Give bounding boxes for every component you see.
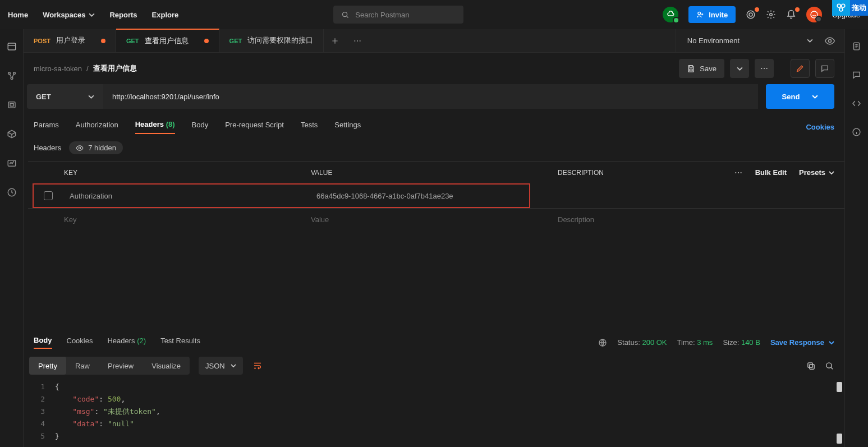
desc-input[interactable]: Description	[553, 215, 722, 224]
nav-home[interactable]: Home	[8, 11, 28, 19]
view-raw[interactable]: Raw	[66, 357, 99, 375]
tab-settings[interactable]: Settings	[334, 121, 361, 133]
user-plus-icon	[696, 11, 704, 19]
chevron-down-icon	[89, 12, 95, 18]
invite-button[interactable]: Invite	[688, 6, 736, 23]
comments-rail-icon[interactable]	[852, 70, 861, 80]
code-rail-icon[interactable]	[852, 99, 861, 108]
resp-tab-testresults[interactable]: Test Results	[160, 337, 200, 348]
svg-rect-14	[10, 104, 13, 107]
search-icon	[825, 361, 834, 371]
rail-history-icon[interactable]	[7, 187, 17, 197]
unsaved-dot-icon	[204, 39, 209, 43]
comment-button[interactable]	[815, 59, 834, 78]
svg-point-8	[811, 11, 818, 18]
save-button[interactable]: Save	[679, 59, 724, 78]
url-input[interactable]: http://localhost:9201/api/user/info	[103, 84, 758, 109]
capture-icon[interactable]	[746, 10, 756, 20]
view-pretty[interactable]: Pretty	[29, 357, 66, 375]
avatar[interactable]	[806, 7, 822, 22]
cookies-link[interactable]: Cookies	[806, 123, 834, 131]
info-rail-icon[interactable]	[852, 127, 861, 137]
method-badge: GET	[229, 38, 242, 44]
header-row-empty: Key Value Description	[28, 208, 844, 231]
search-in-body-button[interactable]	[825, 361, 834, 371]
save-dropdown-button[interactable]	[730, 59, 749, 78]
view-visualize[interactable]: Visualize	[143, 357, 190, 375]
resp-tab-headers[interactable]: Headers (2)	[107, 337, 146, 348]
tab-params[interactable]: Params	[34, 121, 59, 133]
response-tabs: Body Cookies Headers (2) Test Results St…	[24, 331, 844, 353]
header-value-cell[interactable]: 66a45dc9-1068-4667-a1bc-0af7b41ae23e	[312, 192, 529, 200]
scrollbar-thumb[interactable]	[837, 382, 842, 392]
hidden-headers-toggle[interactable]: 7 hidden	[69, 141, 123, 154]
new-tab-button[interactable]	[324, 29, 346, 52]
svg-point-26	[79, 147, 81, 149]
header-key-cell[interactable]: Authorization	[65, 192, 312, 200]
edit-button[interactable]	[791, 59, 810, 78]
eye-icon	[76, 144, 84, 152]
tab-tests[interactable]: Tests	[301, 121, 318, 133]
tab-headers-count: (8)	[166, 120, 175, 128]
save-response-button[interactable]: Save Response	[770, 338, 834, 347]
resp-tab-cookies[interactable]: Cookies	[67, 337, 93, 348]
nav-workspaces[interactable]: Workspaces	[43, 11, 95, 19]
sync-status-icon[interactable]	[663, 7, 678, 22]
headers-section-label: Headers	[34, 144, 61, 152]
svg-rect-31	[810, 364, 815, 369]
rail-monitor-icon[interactable]	[7, 158, 17, 168]
svg-point-6	[747, 11, 755, 19]
rail-apis-icon[interactable]	[7, 71, 17, 81]
chevron-down-icon	[829, 170, 834, 176]
tab-title: 访问需要权限的接口	[247, 36, 313, 45]
svg-point-5	[749, 13, 752, 16]
more-actions-button[interactable]	[755, 59, 774, 78]
pencil-icon	[796, 64, 805, 73]
gear-icon[interactable]	[766, 10, 776, 20]
request-tab-0[interactable]: POST 用户登录	[24, 29, 116, 52]
rail-box-icon[interactable]	[7, 129, 17, 139]
send-button[interactable]: Send	[766, 84, 834, 109]
environment-picker[interactable]: No Environment	[676, 29, 813, 52]
bulk-edit-button[interactable]: Bulk Edit	[755, 168, 787, 177]
scrollbar-thumb[interactable]	[837, 434, 842, 444]
svg-rect-9	[8, 43, 16, 50]
nav-explore[interactable]: Explore	[152, 11, 179, 19]
tab-headers[interactable]: Headers (8)	[135, 120, 175, 134]
comment-icon	[820, 64, 829, 73]
body-language-picker[interactable]: JSON	[199, 357, 243, 375]
value-input[interactable]: Value	[306, 215, 553, 224]
bell-icon[interactable]	[786, 10, 796, 20]
presets-label: Presets	[799, 168, 825, 177]
svg-point-0	[837, 4, 841, 7]
docs-icon[interactable]	[852, 42, 861, 51]
key-input[interactable]: Key	[59, 215, 306, 224]
row-checkbox[interactable]	[44, 191, 53, 200]
response-body-code[interactable]: 1{ 2 "code": 500, 3 "msg": "未提供token", 4…	[24, 379, 844, 447]
network-icon[interactable]	[598, 338, 607, 347]
search-icon	[341, 11, 350, 19]
tab-body[interactable]: Body	[192, 121, 209, 133]
resp-tab-headers-label: Headers	[107, 337, 135, 345]
more-cols-button[interactable]	[734, 168, 743, 177]
request-tab-1[interactable]: GET 查看用户信息	[116, 29, 219, 52]
env-quicklook-icon[interactable]	[824, 35, 835, 47]
tabs-overflow-button[interactable]	[346, 29, 369, 52]
tab-prerequest[interactable]: Pre-request Script	[225, 121, 284, 133]
method-select[interactable]: GET	[27, 84, 103, 109]
copy-button[interactable]	[806, 361, 816, 371]
rail-env-icon[interactable]	[7, 100, 17, 110]
presets-button[interactable]: Presets	[799, 168, 834, 177]
size-value: 140 B	[741, 338, 760, 347]
save-label: Save	[700, 64, 717, 73]
chevron-down-icon	[231, 363, 236, 368]
wrap-lines-button[interactable]	[249, 357, 267, 375]
resp-tab-body[interactable]: Body	[34, 336, 52, 349]
rail-collections-icon[interactable]	[7, 42, 17, 52]
breadcrumb-collection[interactable]: micro-sa-token	[34, 64, 82, 73]
request-tab-2[interactable]: GET 访问需要权限的接口	[219, 29, 324, 52]
tab-authorization[interactable]: Authorization	[76, 121, 118, 133]
view-preview[interactable]: Preview	[99, 357, 143, 375]
nav-reports[interactable]: Reports	[109, 11, 137, 19]
search-input[interactable]: Search Postman	[333, 6, 463, 24]
